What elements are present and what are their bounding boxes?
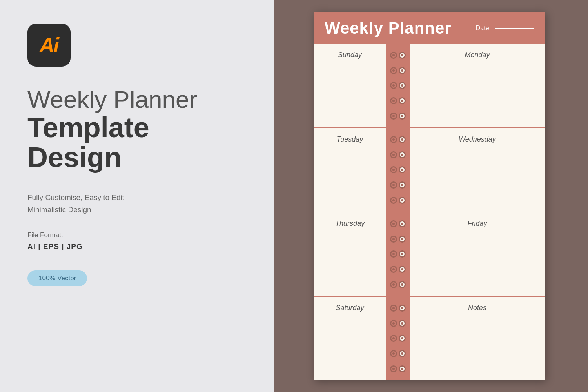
spiral-left <box>390 305 397 312</box>
content-cell-wednesday: Wednesday <box>410 128 545 212</box>
left-panel: Ai Weekly Planner Template Design Fully … <box>0 0 274 392</box>
spiral-left <box>390 151 397 158</box>
spiral-right <box>399 350 406 357</box>
spiral-col-2 <box>386 212 410 296</box>
file-formats: AI | EPS | JPG <box>27 242 247 251</box>
spiral-right <box>399 82 406 89</box>
title-bold-line1: Template <box>27 112 149 143</box>
spiral-right <box>399 136 406 143</box>
day-label-sunday: Sunday <box>338 51 362 59</box>
spiral-pair <box>390 266 406 273</box>
spiral-right <box>399 151 406 158</box>
day-cell-tuesday: Tuesday <box>314 128 386 212</box>
title-bold-line2: Design <box>27 142 122 173</box>
spiral-left <box>390 220 397 227</box>
spiral-right <box>399 320 406 327</box>
spiral-pair <box>390 281 406 288</box>
content-cell-friday: Friday <box>410 212 545 296</box>
spiral-pair <box>390 197 406 204</box>
grid-row: Sunday <box>314 44 545 128</box>
spiral-left <box>390 166 397 173</box>
day-cell-saturday: Saturday <box>314 297 386 380</box>
description-line2: Minimalistic Design <box>27 205 91 214</box>
spiral-right <box>399 97 406 104</box>
spiral-right <box>399 67 406 74</box>
description: Fully Customise, Easy to Edit Minimalist… <box>27 192 247 216</box>
title-bold: Template Design <box>27 113 247 172</box>
spiral-right <box>399 166 406 173</box>
spiral-pair <box>390 236 406 243</box>
day-label-friday: Friday <box>467 220 487 228</box>
date-label: Date: <box>476 25 491 32</box>
notes-label: Notes <box>468 304 486 312</box>
day-cell-sunday: Sunday <box>314 44 386 127</box>
spiral-right <box>399 220 406 227</box>
grid-row: Saturday <box>314 297 545 380</box>
planner-grid: Sunday <box>314 44 545 380</box>
day-label-wednesday: Wednesday <box>459 135 496 143</box>
spiral-pair <box>390 365 406 372</box>
spiral-col-0 <box>386 44 410 127</box>
spiral-pair <box>390 113 406 120</box>
spiral-left <box>390 335 397 342</box>
ai-logo-text: Ai <box>40 33 58 57</box>
ai-logo: Ai <box>27 24 71 67</box>
spiral-left <box>390 350 397 357</box>
spiral-left <box>390 52 397 59</box>
spiral-left <box>390 365 397 372</box>
spiral-right <box>399 305 406 312</box>
spiral-right <box>399 236 406 243</box>
file-format-label: File Format: <box>27 231 247 239</box>
spiral-left <box>390 281 397 288</box>
spiral-pair <box>390 151 406 158</box>
spiral-right <box>399 197 406 204</box>
description-line1: Fully Customise, Easy to Edit <box>27 193 124 201</box>
spiral-pair <box>390 166 406 173</box>
planner-header: Weekly Planner Date: <box>314 12 545 44</box>
day-label-monday: Monday <box>465 51 490 59</box>
day-label-saturday: Saturday <box>336 304 364 312</box>
vector-badge: 100% Vector <box>27 270 87 286</box>
day-label-tuesday: Tuesday <box>337 135 363 143</box>
spiral-pair <box>390 67 406 74</box>
day-label-thursday: Thursday <box>335 220 365 228</box>
spiral-right <box>399 281 406 288</box>
spiral-left <box>390 197 397 204</box>
day-cell-thursday: Thursday <box>314 212 386 296</box>
planner-date: Date: <box>476 25 534 32</box>
spiral-left <box>390 136 397 143</box>
spiral-pair <box>390 305 406 312</box>
spiral-left <box>390 266 397 273</box>
spiral-left <box>390 82 397 89</box>
spiral-left <box>390 181 397 189</box>
spiral-pair <box>390 335 406 342</box>
content-cell-monday: Monday <box>410 44 545 127</box>
spiral-pair <box>390 52 406 59</box>
spiral-pair <box>390 350 406 357</box>
spiral-right <box>399 335 406 342</box>
spiral-left <box>390 236 397 243</box>
spiral-right <box>399 181 406 189</box>
planner-title: Weekly Planner <box>325 19 452 38</box>
spiral-right <box>399 52 406 59</box>
spiral-left <box>390 113 397 120</box>
grid-row: Thursday <box>314 212 545 297</box>
spiral-pair <box>390 250 406 258</box>
content-cell-notes: Notes <box>410 297 545 380</box>
right-panel: Weekly Planner Date: Sunday <box>274 0 588 392</box>
spiral-pair <box>390 220 406 227</box>
spiral-pair <box>390 82 406 89</box>
spiral-pair <box>390 320 406 327</box>
spiral-col-1 <box>386 128 410 212</box>
spiral-right <box>399 365 406 372</box>
date-line <box>495 28 534 29</box>
spiral-pair <box>390 181 406 189</box>
spiral-right <box>399 250 406 258</box>
spiral-col-3 <box>386 297 410 380</box>
spiral-left <box>390 97 397 104</box>
spiral-right <box>399 266 406 273</box>
grid-row: Tuesday <box>314 128 545 212</box>
spiral-left <box>390 67 397 74</box>
spiral-pair <box>390 136 406 143</box>
spiral-pair <box>390 97 406 104</box>
